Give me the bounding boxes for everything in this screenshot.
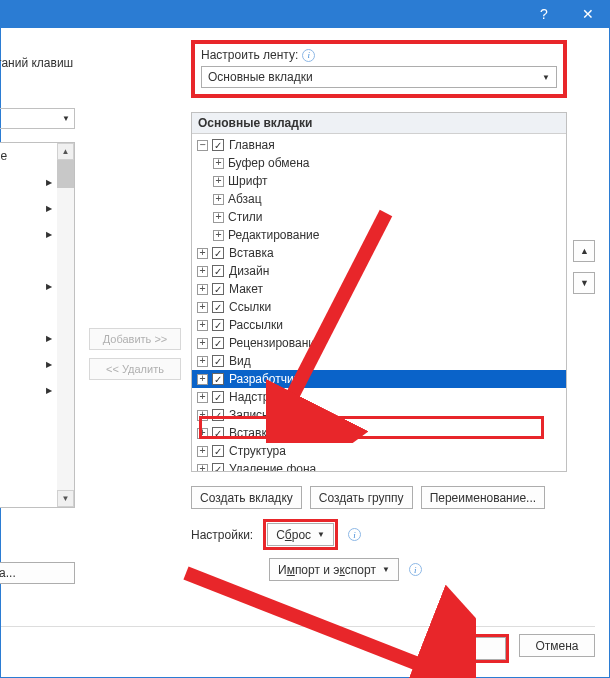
checkbox[interactable] xyxy=(212,265,224,277)
expand-icon[interactable]: + xyxy=(197,464,208,473)
tree-item[interactable]: +Стили xyxy=(192,208,566,226)
tree-item[interactable]: +Редактирование xyxy=(192,226,566,244)
info-icon[interactable]: i xyxy=(302,49,315,62)
expand-icon[interactable]: + xyxy=(197,428,208,439)
help-button[interactable]: ? xyxy=(522,0,566,28)
tree-item[interactable]: +Абзац xyxy=(192,190,566,208)
tree-item[interactable]: +Рецензирование xyxy=(192,334,566,352)
tree-item[interactable]: +Дизайн xyxy=(192,262,566,280)
tree-header: Основные вкладки xyxy=(192,113,566,134)
reset-button-label: Сброс xyxy=(276,528,311,542)
tree-item-label: Вид xyxy=(229,354,251,368)
expand-icon[interactable]: + xyxy=(197,284,208,295)
info-icon[interactable]: i xyxy=(348,528,361,541)
submenu-icon: ▶ xyxy=(46,178,52,187)
collapse-icon[interactable]: − xyxy=(197,140,208,151)
tree-item[interactable]: +Надстройки xyxy=(192,388,566,406)
expand-icon[interactable]: + xyxy=(213,230,224,241)
tree-item-label: Рассылки xyxy=(229,318,283,332)
checkbox[interactable] xyxy=(212,337,224,349)
scrollbar-thumb[interactable] xyxy=(57,160,74,188)
tree-item-label: Структура xyxy=(229,444,286,458)
tree-item[interactable]: +Шрифт xyxy=(192,172,566,190)
tree-item[interactable]: +Вставка (запись блога) xyxy=(192,424,566,442)
checkbox[interactable] xyxy=(212,463,224,472)
expand-icon[interactable]: + xyxy=(197,392,208,403)
expand-icon[interactable]: + xyxy=(213,212,224,223)
rename-button[interactable]: Переименование... xyxy=(421,486,546,509)
expand-icon[interactable]: + xyxy=(213,176,224,187)
submenu-icon: ▶ xyxy=(46,360,52,369)
tree-item-label: Надстройки xyxy=(229,390,295,404)
tree-item-label: Вставка xyxy=(229,246,274,260)
tree-item-label: Абзац xyxy=(228,192,262,206)
tree-item-label: Главная xyxy=(229,138,275,152)
tree-item[interactable]: −Главная xyxy=(192,136,566,154)
close-button[interactable]: ✕ xyxy=(566,0,610,28)
checkbox[interactable] xyxy=(212,409,224,421)
customize-button-label: тройка... xyxy=(0,566,16,580)
tree-item[interactable]: +Макет xyxy=(192,280,566,298)
ribbon-combo[interactable]: Основные вкладки ▼ xyxy=(201,66,557,88)
right-column: Настроить ленту: i Основные вкладки ▼ Ос… xyxy=(191,40,595,628)
checkbox[interactable] xyxy=(212,319,224,331)
info-icon[interactable]: i xyxy=(409,563,422,576)
reset-button[interactable]: Сброс ▼ xyxy=(267,523,334,546)
checkbox[interactable] xyxy=(212,391,224,403)
left-listbox[interactable]: ое поле▶ниц...▶▶краю▶ение...ска▶▶▶ ▲ ▼ xyxy=(0,142,75,508)
tree-item-label: Рецензирование xyxy=(229,336,322,350)
scrollbar-track[interactable] xyxy=(57,160,74,490)
checkbox[interactable] xyxy=(212,139,224,151)
chevron-down-icon: ▼ xyxy=(542,73,550,82)
expand-icon[interactable]: + xyxy=(213,194,224,205)
expand-icon[interactable]: + xyxy=(197,338,208,349)
tree-item[interactable]: +Вставка xyxy=(192,244,566,262)
scroll-up-icon[interactable]: ▲ xyxy=(57,143,74,160)
dialog-body: сочетаний клавиш нды ▼ ое поле▶ниц...▶▶к… xyxy=(0,28,610,678)
tree-item-developer[interactable]: +Разработчик xyxy=(192,370,566,388)
ribbon-tree[interactable]: Основные вкладки −Главная+Буфер обмена+Ш… xyxy=(191,112,567,472)
move-down-button[interactable]: ▼ xyxy=(573,272,595,294)
expand-icon[interactable]: + xyxy=(197,446,208,457)
checkbox[interactable] xyxy=(212,445,224,457)
checkbox[interactable] xyxy=(212,283,224,295)
checkbox[interactable] xyxy=(212,247,224,259)
tree-item[interactable]: +Буфер обмена xyxy=(192,154,566,172)
expand-icon[interactable]: + xyxy=(197,266,208,277)
customize-button[interactable]: тройка... xyxy=(0,562,75,584)
submenu-icon: ▶ xyxy=(46,334,52,343)
expand-icon[interactable]: + xyxy=(197,248,208,259)
checkbox[interactable] xyxy=(212,427,224,439)
tree-item[interactable]: +Структура xyxy=(192,442,566,460)
import-export-button[interactable]: Импорт и экспорт ▼ xyxy=(269,558,399,581)
tree-item[interactable]: +Запись блога xyxy=(192,406,566,424)
tree-item-label: Разработчик xyxy=(229,372,299,386)
tree-item[interactable]: +Ссылки xyxy=(192,298,566,316)
new-group-button[interactable]: Создать группу xyxy=(310,486,413,509)
tree-item[interactable]: +Вид xyxy=(192,352,566,370)
expand-icon[interactable]: + xyxy=(197,410,208,421)
tree-item-label: Ссылки xyxy=(229,300,271,314)
checkbox[interactable] xyxy=(212,373,224,385)
new-tab-button[interactable]: Создать вкладку xyxy=(191,486,302,509)
expand-icon[interactable]: + xyxy=(197,374,208,385)
left-combo[interactable]: нды ▼ xyxy=(0,108,75,129)
ribbon-combo-value: Основные вкладки xyxy=(208,70,313,84)
expand-icon[interactable]: + xyxy=(197,356,208,367)
tree-item[interactable]: +Рассылки xyxy=(192,316,566,334)
tree-item-label: Редактирование xyxy=(228,228,319,242)
expand-icon[interactable]: + xyxy=(197,320,208,331)
submenu-icon: ▶ xyxy=(46,386,52,395)
expand-icon[interactable]: + xyxy=(197,302,208,313)
tree-item-label: Дизайн xyxy=(229,264,269,278)
checkbox[interactable] xyxy=(212,355,224,367)
cancel-button[interactable]: Отмена xyxy=(519,634,595,657)
expand-icon[interactable]: + xyxy=(213,158,224,169)
checkbox[interactable] xyxy=(212,301,224,313)
scroll-down-icon[interactable]: ▼ xyxy=(57,490,74,507)
ok-button[interactable]: ОК xyxy=(430,637,506,660)
customize-ribbon-highlight: Настроить ленту: i Основные вкладки ▼ xyxy=(191,40,567,98)
tree-item-label: Макет xyxy=(229,282,263,296)
move-up-button[interactable]: ▲ xyxy=(573,240,595,262)
tree-item[interactable]: +Удаление фона xyxy=(192,460,566,472)
